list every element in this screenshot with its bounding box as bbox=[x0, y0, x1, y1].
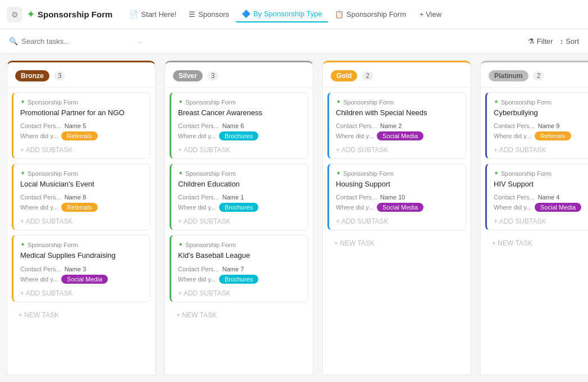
add-subtask-platinum-1[interactable]: + ADD SUBTASK bbox=[494, 214, 588, 226]
card-source-icon: ✦ bbox=[178, 170, 183, 177]
form-title-icon: ✦ bbox=[27, 9, 34, 20]
count-badge-platinum: 2 bbox=[533, 71, 545, 80]
new-task-gold[interactable]: + NEW TASK bbox=[327, 235, 466, 252]
nav-tab-sponsors[interactable]: ☰Sponsors bbox=[183, 7, 235, 22]
card-tag-platinum-0: Referrals bbox=[535, 131, 571, 140]
column-silver: Silver 3 ✦ Sponsorship Form Breast Cance… bbox=[165, 61, 313, 375]
add-subtask-silver-2[interactable]: + ADD SUBTASK bbox=[178, 286, 301, 298]
card-silver-2[interactable]: ✦ Sponsorship Form Kid's Baseball League… bbox=[170, 235, 308, 302]
toolbar-right: ⚗ Filter ↕ Sort bbox=[528, 37, 579, 46]
card-contact-platinum-1: Contact Pers... Name 4 bbox=[494, 194, 588, 201]
add-subtask-gold-1[interactable]: + ADD SUBTASK bbox=[336, 214, 459, 226]
add-subtask-bronze-2[interactable]: + ADD SUBTASK bbox=[20, 286, 143, 298]
card-tag-bronze-1: Referrals bbox=[61, 203, 98, 212]
card-where-bronze-0: Where did y... Referrals bbox=[20, 131, 143, 140]
card-contact-silver-2: Contact Pers... Name 7 bbox=[178, 266, 301, 272]
card-platinum-1[interactable]: ✦ Sponsorship Form HIV Support Contact P… bbox=[485, 163, 588, 230]
card-source-label: Sponsorship Form bbox=[185, 99, 236, 106]
card-contact-value: Name 9 bbox=[538, 122, 560, 129]
search-icon: 🔍 bbox=[9, 37, 18, 46]
tab-label-by-sponsorship-type: By Sponsorship Type bbox=[253, 10, 322, 18]
card-source-icon: ✦ bbox=[336, 170, 341, 177]
card-contact-label: Contact Pers... bbox=[178, 122, 219, 129]
card-tag-bronze-2: Social Media bbox=[61, 275, 108, 284]
new-task-bronze[interactable]: + NEW TASK bbox=[12, 307, 151, 324]
nav-tab-by-sponsorship-type[interactable]: 🔷By Sponsorship Type bbox=[236, 6, 328, 22]
card-gold-1[interactable]: ✦ Sponsorship Form Housing Support Conta… bbox=[327, 163, 466, 230]
card-title-bronze-2: Medical Supplies Fundraising bbox=[20, 251, 143, 261]
add-subtask-gold-0[interactable]: + ADD SUBTASK bbox=[336, 143, 459, 155]
card-bronze-1[interactable]: ✦ Sponsorship Form Local Musician's Even… bbox=[12, 163, 151, 230]
card-tag-silver-1: Brochures bbox=[219, 203, 258, 212]
column-body-bronze: ✦ Sponsorship Form Promotional Partner f… bbox=[7, 88, 155, 375]
card-title-gold-0: Children with Special Needs bbox=[336, 108, 459, 118]
new-task-silver[interactable]: + NEW TASK bbox=[170, 307, 308, 324]
card-bronze-0[interactable]: ✦ Sponsorship Form Promotional Partner f… bbox=[12, 92, 151, 159]
card-source-gold-0: ✦ Sponsorship Form bbox=[336, 98, 459, 106]
status-badge-gold: Gold bbox=[331, 70, 357, 81]
card-where-silver-1: Where did y... Brochures bbox=[178, 203, 301, 212]
card-where-bronze-1: Where did y... Referrals bbox=[20, 203, 143, 212]
card-title-bronze-0: Promotional Partner for an NGO bbox=[20, 108, 143, 118]
view-button[interactable]: + View bbox=[414, 7, 447, 22]
card-contact-value: Name 8 bbox=[65, 194, 86, 201]
add-subtask-platinum-0[interactable]: + ADD SUBTASK bbox=[494, 143, 588, 155]
card-where-label: Where did y... bbox=[494, 204, 531, 211]
add-subtask-bronze-0[interactable]: + ADD SUBTASK bbox=[20, 143, 143, 155]
card-where-gold-0: Where did y... Social Media bbox=[336, 131, 459, 140]
card-platinum-0[interactable]: ✦ Sponsorship Form Cyberbullying Contact… bbox=[485, 92, 588, 159]
card-where-label: Where did y... bbox=[336, 204, 373, 211]
form-title: ✦ Sponsorship Form bbox=[27, 9, 112, 20]
add-subtask-silver-0[interactable]: + ADD SUBTASK bbox=[178, 143, 301, 155]
status-badge-bronze: Bronze bbox=[15, 70, 49, 81]
card-where-label: Where did y... bbox=[178, 204, 216, 211]
card-contact-value: Name 7 bbox=[222, 266, 244, 272]
card-silver-1[interactable]: ✦ Sponsorship Form Children Education Co… bbox=[170, 163, 308, 230]
tab-icon-sponsorship-form: 📋 bbox=[335, 10, 344, 19]
card-contact-silver-1: Contact Pers... Name 1 bbox=[178, 194, 301, 201]
card-title-silver-2: Kid's Baseball League bbox=[178, 251, 301, 261]
search-input[interactable] bbox=[21, 37, 134, 46]
card-contact-value: Name 6 bbox=[222, 122, 244, 129]
card-where-label: Where did y... bbox=[20, 133, 58, 139]
card-tag-platinum-1: Social Media bbox=[535, 203, 581, 212]
card-source-icon: ✦ bbox=[20, 241, 25, 248]
count-badge-gold: 2 bbox=[362, 71, 373, 80]
status-badge-platinum: Platinum bbox=[489, 70, 528, 81]
card-contact-label: Contact Pers... bbox=[494, 194, 535, 201]
sort-button[interactable]: ↕ Sort bbox=[560, 37, 579, 46]
card-bronze-2[interactable]: ✦ Sponsorship Form Medical Supplies Fund… bbox=[12, 235, 151, 302]
count-badge-silver: 3 bbox=[207, 71, 219, 80]
card-source-label: Sponsorship Form bbox=[185, 170, 236, 177]
card-gold-0[interactable]: ✦ Sponsorship Form Children with Special… bbox=[327, 92, 466, 159]
column-body-silver: ✦ Sponsorship Form Breast Cancer Awarene… bbox=[165, 88, 313, 375]
card-contact-label: Contact Pers... bbox=[20, 122, 61, 129]
card-tag-bronze-0: Referrals bbox=[61, 131, 98, 140]
card-title-gold-1: Housing Support bbox=[336, 179, 459, 189]
card-where-label: Where did y... bbox=[20, 276, 58, 283]
add-subtask-silver-1[interactable]: + ADD SUBTASK bbox=[178, 214, 301, 226]
status-badge-silver: Silver bbox=[173, 70, 203, 81]
card-title-silver-0: Breast Cancer Awareness bbox=[178, 108, 301, 118]
new-task-platinum[interactable]: + NEW TASK bbox=[485, 235, 588, 252]
card-source-silver-0: ✦ Sponsorship Form bbox=[178, 98, 301, 106]
card-contact-label: Contact Pers... bbox=[336, 194, 377, 201]
nav-tab-sponsorship-form[interactable]: 📋Sponsorship Form bbox=[329, 7, 412, 22]
card-contact-label: Contact Pers... bbox=[20, 266, 61, 272]
card-silver-0[interactable]: ✦ Sponsorship Form Breast Cancer Awarene… bbox=[170, 92, 308, 159]
nav-tab-start-here[interactable]: 📄Start Here! bbox=[124, 7, 182, 22]
card-title-silver-1: Children Education bbox=[178, 179, 301, 189]
card-source-gold-1: ✦ Sponsorship Form bbox=[336, 170, 459, 177]
card-contact-label: Contact Pers... bbox=[494, 122, 535, 129]
card-source-icon: ✦ bbox=[20, 98, 25, 106]
card-source-icon: ✦ bbox=[178, 241, 183, 248]
card-tag-gold-1: Social Media bbox=[377, 203, 423, 212]
card-source-bronze-0: ✦ Sponsorship Form bbox=[20, 98, 143, 106]
card-source-icon: ✦ bbox=[178, 98, 183, 106]
card-title-platinum-1: HIV Support bbox=[494, 179, 588, 189]
add-subtask-bronze-1[interactable]: + ADD SUBTASK bbox=[20, 214, 143, 226]
filter-button[interactable]: ⚗ Filter bbox=[528, 37, 553, 46]
card-source-label: Sponsorship Form bbox=[28, 242, 78, 248]
card-where-platinum-1: Where did y... Social Media bbox=[494, 203, 588, 212]
view-label: + View bbox=[420, 10, 441, 19]
